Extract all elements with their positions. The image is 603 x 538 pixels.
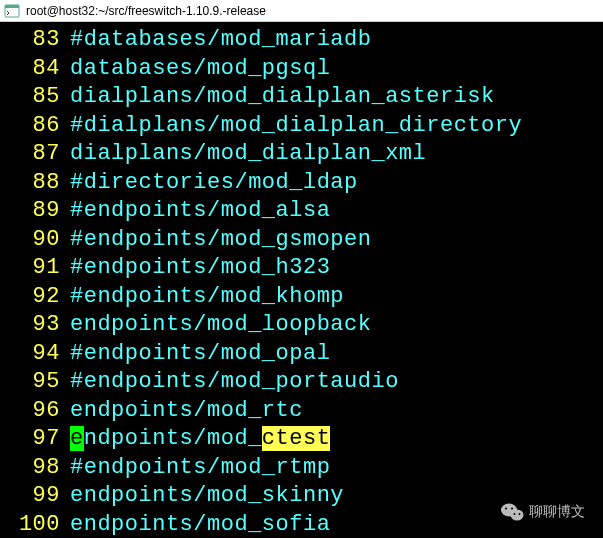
editor-line: 96endpoints/mod_rtc	[8, 397, 603, 426]
terminal-icon	[4, 3, 20, 19]
line-number: 97	[8, 425, 60, 454]
editor-line: 85dialplans/mod_dialplan_asterisk	[8, 83, 603, 112]
line-content: #endpoints/mod_portaudio	[70, 368, 399, 397]
editor-line: 97endpoints/mod_ctest	[8, 425, 603, 454]
line-content: #endpoints/mod_khomp	[70, 283, 344, 312]
svg-rect-1	[5, 5, 19, 8]
line-number: 95	[8, 368, 60, 397]
line-content: databases/mod_pgsql	[70, 55, 330, 84]
line-content: #directories/mod_ldap	[70, 169, 358, 198]
line-content: #endpoints/mod_gsmopen	[70, 226, 371, 255]
line-content: endpoints/mod_loopback	[70, 311, 371, 340]
line-content: #endpoints/mod_opal	[70, 340, 330, 369]
line-segment: ndpoints/mod_	[84, 426, 262, 451]
editor-line: 93endpoints/mod_loopback	[8, 311, 603, 340]
svg-point-6	[514, 513, 516, 515]
line-number: 93	[8, 311, 60, 340]
editor-line: 94#endpoints/mod_opal	[8, 340, 603, 369]
editor-area[interactable]: 83#databases/mod_mariadb 84databases/mod…	[0, 22, 603, 538]
editor-line: 86#dialplans/mod_dialplan_directory	[8, 112, 603, 141]
editor-line: 89#endpoints/mod_alsa	[8, 197, 603, 226]
line-content: endpoints/mod_sofia	[70, 511, 330, 539]
editor-line: 83#databases/mod_mariadb	[8, 26, 603, 55]
window-title: root@host32:~/src/freeswitch-1.10.9.-rel…	[26, 4, 266, 18]
line-content: endpoints/mod_rtc	[70, 397, 303, 426]
line-content: #endpoints/mod_alsa	[70, 197, 330, 226]
line-number: 84	[8, 55, 60, 84]
line-content: #databases/mod_mariadb	[70, 26, 371, 55]
editor-line: 91#endpoints/mod_h323	[8, 254, 603, 283]
line-number: 89	[8, 197, 60, 226]
line-content: endpoints/mod_ctest	[70, 425, 330, 454]
search-highlight: ctest	[262, 426, 331, 451]
editor-line: 92#endpoints/mod_khomp	[8, 283, 603, 312]
cursor: e	[70, 426, 84, 451]
line-content: #endpoints/mod_rtmp	[70, 454, 330, 483]
line-content: #endpoints/mod_h323	[70, 254, 330, 283]
line-number: 96	[8, 397, 60, 426]
line-number: 90	[8, 226, 60, 255]
window-titlebar: root@host32:~/src/freeswitch-1.10.9.-rel…	[0, 0, 603, 22]
line-content: #dialplans/mod_dialplan_directory	[70, 112, 522, 141]
svg-point-5	[511, 507, 513, 509]
svg-point-7	[519, 513, 521, 515]
line-number: 91	[8, 254, 60, 283]
line-number: 99	[8, 482, 60, 511]
editor-line: 88#directories/mod_ldap	[8, 169, 603, 198]
line-content: endpoints/mod_skinny	[70, 482, 344, 511]
line-number: 86	[8, 112, 60, 141]
svg-point-4	[505, 507, 507, 509]
line-number: 83	[8, 26, 60, 55]
line-number: 100	[8, 511, 60, 539]
editor-line: 84databases/mod_pgsql	[8, 55, 603, 84]
line-number: 92	[8, 283, 60, 312]
watermark-text: 聊聊博文	[529, 503, 585, 521]
line-number: 98	[8, 454, 60, 483]
editor-line: 98#endpoints/mod_rtmp	[8, 454, 603, 483]
wechat-icon	[499, 501, 525, 523]
line-number: 87	[8, 140, 60, 169]
line-number: 88	[8, 169, 60, 198]
line-number: 85	[8, 83, 60, 112]
editor-line: 95#endpoints/mod_portaudio	[8, 368, 603, 397]
editor-line: 90#endpoints/mod_gsmopen	[8, 226, 603, 255]
watermark: 聊聊博文	[499, 501, 585, 523]
line-content: dialplans/mod_dialplan_asterisk	[70, 83, 495, 112]
editor-line: 87dialplans/mod_dialplan_xml	[8, 140, 603, 169]
line-content: dialplans/mod_dialplan_xml	[70, 140, 426, 169]
line-number: 94	[8, 340, 60, 369]
svg-point-3	[511, 510, 524, 521]
